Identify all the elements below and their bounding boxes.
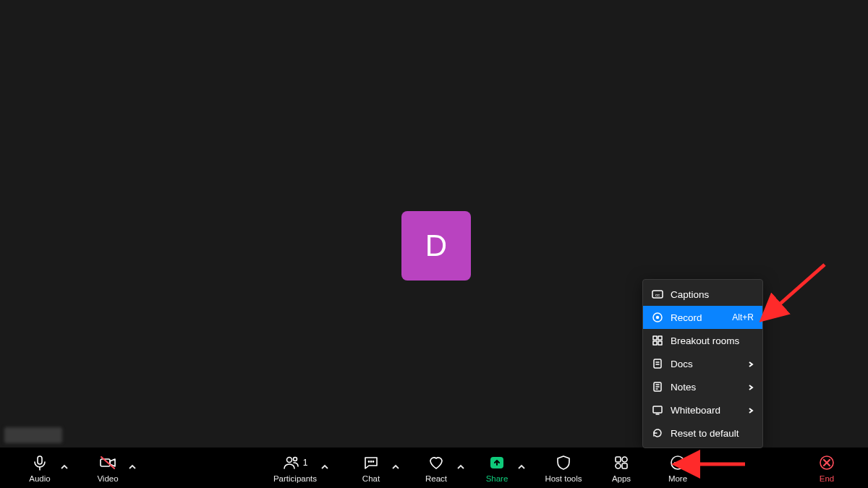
more-menu: cc Captions Record Alt+R Breakout rooms … (642, 279, 763, 448)
svg-rect-11 (616, 457, 621, 462)
menu-item-whiteboard[interactable]: Whiteboard (643, 398, 762, 421)
participants-options-caret[interactable] (321, 461, 328, 474)
svg-point-5 (286, 458, 292, 463)
submenu-caret (748, 382, 754, 393)
menu-item-reset[interactable]: Reset to default (643, 421, 762, 445)
meeting-toolbar: Audio Video 1 Participants Chat React (0, 448, 868, 488)
reset-icon (652, 427, 663, 439)
share-screen-icon (488, 453, 506, 473)
svg-point-7 (368, 461, 369, 462)
participant-name-label (4, 427, 62, 443)
video-options-caret[interactable] (129, 461, 136, 474)
whiteboard-icon (652, 404, 663, 416)
end-call-icon (818, 453, 835, 473)
participant-tile[interactable]: D (401, 211, 471, 281)
participants-button[interactable]: 1 Participants (266, 448, 324, 488)
end-button[interactable]: End (807, 448, 846, 488)
menu-item-record[interactable]: Record Alt+R (643, 306, 762, 329)
svg-point-9 (373, 461, 373, 462)
svg-rect-27 (658, 336, 662, 340)
chat-icon (362, 453, 380, 473)
heart-icon (427, 453, 445, 473)
docs-icon (652, 358, 663, 369)
menu-item-breakout-rooms[interactable]: Breakout rooms (643, 329, 762, 352)
svg-rect-12 (622, 457, 627, 462)
host-tools-button[interactable]: Host tools (538, 448, 589, 488)
chat-options-caret[interactable] (392, 461, 399, 474)
participants-icon: 1 (283, 453, 308, 473)
record-icon (652, 312, 663, 323)
svg-rect-14 (622, 463, 627, 468)
captions-icon: cc (652, 288, 663, 300)
microphone-icon (31, 453, 48, 473)
participant-initial: D (425, 228, 447, 263)
menu-item-notes[interactable]: Notes (643, 375, 762, 398)
submenu-caret (748, 405, 754, 416)
svg-point-16 (674, 462, 676, 463)
share-options-caret[interactable] (518, 461, 525, 474)
react-options-caret[interactable] (457, 461, 464, 474)
submenu-caret (748, 359, 754, 369)
share-button[interactable]: Share (477, 448, 516, 488)
menu-item-docs[interactable]: Docs (643, 352, 762, 375)
svg-point-18 (680, 462, 681, 463)
breakout-rooms-icon (652, 335, 663, 346)
svg-rect-29 (658, 341, 662, 345)
svg-rect-37 (653, 406, 662, 413)
apps-button[interactable]: Apps (602, 448, 641, 488)
notes-icon (652, 381, 663, 393)
svg-point-25 (656, 316, 659, 319)
shield-icon (555, 453, 572, 473)
audio-button[interactable]: Audio (20, 448, 59, 488)
chat-button[interactable]: Chat (352, 448, 391, 488)
svg-rect-30 (654, 359, 661, 368)
svg-point-17 (677, 462, 678, 463)
apps-icon (613, 453, 630, 473)
svg-point-8 (370, 461, 371, 462)
svg-rect-28 (653, 341, 657, 345)
audio-options-caret[interactable] (61, 461, 68, 474)
participants-count: 1 (303, 458, 308, 468)
camera-off-icon (99, 453, 116, 473)
svg-text:cc: cc (655, 293, 660, 297)
more-icon (669, 453, 686, 473)
svg-rect-13 (616, 463, 621, 468)
svg-point-6 (293, 458, 297, 461)
video-button[interactable]: Video (88, 448, 127, 488)
svg-rect-0 (38, 456, 42, 464)
react-button[interactable]: React (417, 448, 456, 488)
more-button[interactable]: More (658, 448, 697, 488)
menu-item-captions[interactable]: cc Captions (643, 283, 762, 306)
svg-rect-26 (653, 336, 657, 340)
record-shortcut: Alt+R (732, 312, 754, 322)
